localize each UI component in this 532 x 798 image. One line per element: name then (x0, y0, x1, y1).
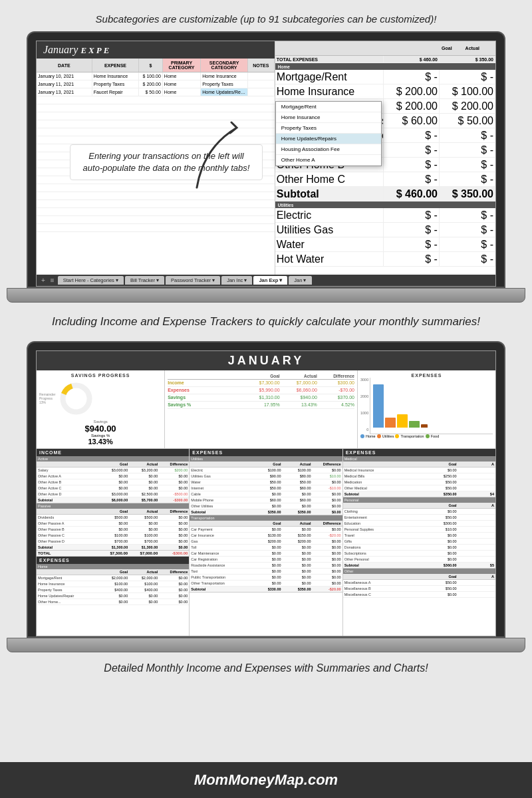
utilities-label: Utilities (190, 456, 342, 462)
income-passive-sub-header: Goal Actual Difference (37, 509, 189, 515)
sheet-header: DATE EXPENSE $ PRIMARY CATEGORY SECONDAR… (37, 59, 275, 72)
savings-value: $940.00 (39, 424, 162, 434)
legend-dot-home (360, 434, 364, 438)
bar-transportation (397, 414, 408, 428)
list-item: Miscellaneous A $50.00 (343, 580, 495, 586)
expenses-diff: -$70.00 (317, 388, 354, 392)
list-item: Entertainment $50.00 (343, 515, 495, 521)
footer-text: MomMoneyMap.com (9, 771, 523, 789)
savings-sum-label: Savings (168, 395, 242, 400)
detail-income-col: INCOME Active Goal Actual Difference Sal… (37, 449, 190, 636)
tab-password-tracker[interactable]: Password Tracker ▾ (166, 276, 220, 285)
transportation-sub-header: Goal Actual Difference (190, 521, 342, 527)
dropdown-item-6[interactable]: Other Home A (276, 155, 381, 166)
curve-arrow (184, 94, 263, 201)
personal-sub-header: Goal A (343, 503, 495, 509)
legend-food: Food (426, 434, 440, 438)
dropdown-item-3[interactable]: Property Taxes (276, 123, 381, 134)
chart-col: EXPENSES 3000 2000 1000 0 (358, 370, 495, 448)
list-item: Other Passive C $100.00 $100.00 $0.00 (37, 533, 189, 539)
table-row: Water $ - $ - (275, 237, 495, 252)
savings-pct-goal: 17.95% (243, 402, 280, 407)
header-expense: EXPENSE (92, 59, 140, 72)
cell-expense-2: Faucet Repair (92, 88, 140, 96)
list-item: Other Passive D $700.00 $700.00 $0.00 (37, 539, 189, 545)
list-item: Home Updates/Repair $0.00 $0.00 $0.00 (37, 593, 189, 599)
tab-jan[interactable]: Jan ▾ (289, 276, 311, 285)
cell-primary-1: Home (163, 80, 201, 88)
laptop-screen: January EXPE DATE EXPENSE $ PRIMARY CATE… (36, 41, 496, 287)
list-item: Dividends $500.00 $500.00 $0.00 (37, 515, 189, 521)
subtotal-label: Subtotal (275, 187, 384, 201)
bottom-screen-wrapper: JANUARY SAVINGS PROGRESS Remainder Progr… (27, 341, 505, 638)
middle-callout: Including Income and Expense Trackers to… (0, 303, 532, 341)
list-item: Other Passive A $0.00 $0.00 $0.00 (37, 521, 189, 527)
top-laptop: January EXPE DATE EXPENSE $ PRIMARY CATE… (27, 31, 505, 303)
chart-title: EXPENSES (360, 373, 493, 378)
cell-notes-1 (248, 80, 275, 88)
top-content-row: SAVINGS PROGRESS Remainder Progress 13% (37, 370, 495, 449)
row-label: Hot Water (275, 252, 384, 266)
list-item: Public Transportation $0.00 $0.00 $0.00 (190, 575, 342, 581)
list-item: Medication $50.00 (343, 479, 495, 485)
dropdown-item-5[interactable]: Housing Association Fee (276, 144, 381, 155)
expenses-home-header: EXPENSES (37, 557, 189, 564)
summary-header: Goal Actual Difference (168, 373, 354, 380)
dropdown-item-2[interactable]: Home Insurance (276, 112, 381, 123)
subtotal-row: Subtotal $360.00 $5 (343, 563, 495, 569)
cell-secondary-0: Home Insurance (201, 72, 248, 80)
add-tab-icon[interactable]: + (39, 277, 47, 284)
legend-utilities: Utilities (377, 434, 394, 438)
list-item: Other Medical $50.00 (343, 485, 495, 491)
cell-date-0: January 10, 2021 (37, 72, 92, 80)
list-item: Medical Insurance $0.00 (343, 467, 495, 473)
right-header: Goal Actual (275, 41, 495, 56)
utilities-section-header: EXPENSES (190, 449, 342, 456)
other-label: Other (343, 569, 495, 574)
subtotal-row: Subtotal $350.00 $4 (343, 491, 495, 497)
row-label: Water (275, 237, 384, 251)
top-callout: Subcategories are customizable (up to 91… (56, 7, 477, 31)
income-goal: $7,300.00 (243, 380, 280, 385)
total-expenses-row: TOTAL EXPENSES $ 460.00 $ 350.00 (275, 56, 495, 63)
savings-col: SAVINGS PROGRESS Remainder Progress 13% (37, 370, 165, 448)
list-item: Utilities Gas $90.00 $80.00 $10.00 (190, 473, 342, 479)
table-row: Utilities Gas $ - $ - (275, 223, 495, 237)
cell-dollar-0: $ 100.00 (139, 72, 163, 80)
bars (370, 378, 493, 428)
dropdown-item-1[interactable]: Mortgage/Rent (276, 102, 381, 112)
utilities-sub-header: Goal Actual Difference (190, 462, 342, 467)
income-actual: $7,000.00 (280, 380, 317, 385)
tab-bill-tracker[interactable]: Bill Tracker ▾ (125, 276, 164, 285)
income-label: Income (168, 380, 242, 385)
medical-sub-header: Goal A (343, 462, 495, 467)
header-notes: NOTES (248, 59, 275, 72)
bar-other (421, 424, 428, 428)
income-passive-label: Passive (37, 503, 189, 509)
top-section: Subcategories are customizable (up to 91… (0, 0, 532, 303)
dropdown-overlay[interactable]: Mortgage/Rent Home Insurance Property Ta… (275, 101, 382, 166)
tab-jan-inc[interactable]: Jan Inc ▾ (221, 276, 252, 285)
menu-icon[interactable]: ≡ (49, 277, 57, 284)
subtotal-row: Subtotal $1,300.00 $1,300.00 $0.00 (37, 545, 189, 551)
income-section-header: INCOME (37, 449, 189, 456)
dropdown-item-4[interactable]: Home Updates/Repairs (276, 134, 381, 144)
cell-dollar-1: $ 200.00 (139, 80, 163, 88)
list-item: Taxi $0.00 $0.00 $0.00 (190, 569, 342, 575)
list-item: Water $50.00 $50.00 $0.00 (190, 479, 342, 485)
section-header-home: Home (275, 63, 495, 70)
subtotal-row: Subtotal $350.00 $350.00 $0.00 (190, 509, 342, 515)
list-item: Internet $50.00 $60.00 -$10.00 (190, 485, 342, 491)
bar-chart (370, 378, 493, 434)
table-row: Electric $ - $ - (275, 208, 495, 223)
tab-start-here[interactable]: Start Here - Categories ▾ (58, 276, 124, 285)
detail-tables: INCOME Active Goal Actual Difference Sal… (37, 449, 495, 636)
tab-jan-exp[interactable]: Jan Exp ▾ (253, 276, 287, 285)
bottom-callout-text: Detailed Monthly Income and Expenses wit… (104, 662, 428, 674)
expenses-actual: $6,060.00 (280, 388, 317, 392)
list-item: Roadside Assistance $0.00 $0.00 $0.00 (190, 563, 342, 569)
january-label: January (43, 44, 78, 55)
subtotal-row: Subtotal $ 460.00 $ 350.00 (275, 187, 495, 201)
list-item: Travel $0.00 (343, 533, 495, 539)
y-axis: 3000 2000 1000 0 (360, 378, 370, 434)
